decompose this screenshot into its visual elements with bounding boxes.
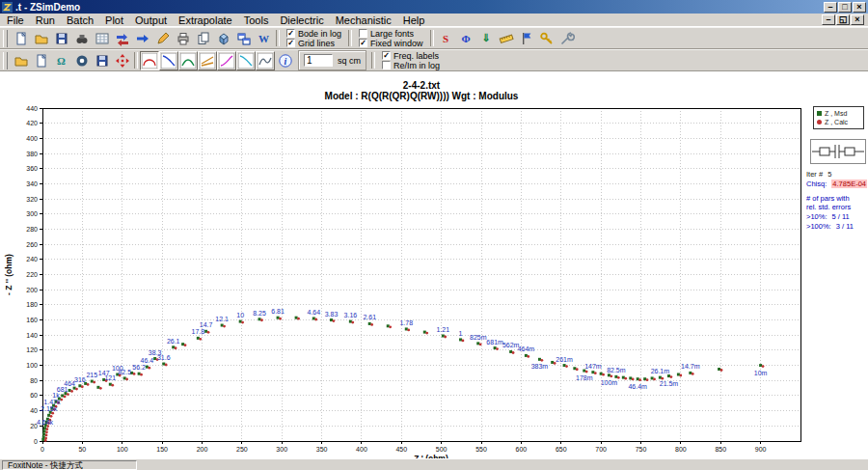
minimize-button[interactable]: – bbox=[824, 2, 837, 13]
app-icon bbox=[2, 2, 13, 13]
svg-text:400: 400 bbox=[356, 446, 367, 453]
taskbar-item[interactable]: FoxitNote - 快捷方式 bbox=[2, 460, 137, 470]
chisq-label: Chisq: bbox=[806, 180, 827, 188]
gt100-row: >100%: 3 / 11 bbox=[806, 222, 867, 232]
checkbox-freq-labels[interactable]: ✓Freq. labels bbox=[382, 51, 440, 61]
checkbox-grid-lines[interactable]: ✓Grid lines bbox=[286, 39, 341, 48]
svg-text:800: 800 bbox=[675, 446, 687, 453]
checkbox-box[interactable] bbox=[382, 61, 391, 69]
menu-batch[interactable]: Batch bbox=[61, 14, 99, 26]
checkbox-label: Large fonts bbox=[370, 29, 414, 39]
svg-text:400: 400 bbox=[26, 135, 38, 142]
circuit-preview[interactable] bbox=[810, 139, 866, 164]
minimize-button[interactable]: – bbox=[822, 14, 835, 25]
close-button[interactable]: × bbox=[853, 2, 866, 13]
legend-item[interactable]: Z , Calc bbox=[817, 118, 860, 126]
menu-run[interactable]: Run bbox=[30, 14, 61, 26]
legend-label: Z , Msd bbox=[825, 110, 847, 117]
menu-file[interactable]: File bbox=[1, 14, 30, 26]
view-3d-icon[interactable] bbox=[213, 28, 233, 49]
open-file-icon[interactable] bbox=[31, 28, 51, 49]
plot-admittance-button[interactable] bbox=[217, 51, 236, 70]
restore-button[interactable]: ◱ bbox=[836, 14, 850, 25]
wrench-tool-icon[interactable] bbox=[557, 28, 578, 49]
menu-dielectric[interactable]: Dielectric bbox=[274, 14, 329, 26]
run-fit-icon[interactable] bbox=[132, 28, 152, 49]
omega-tool-icon[interactable]: Ω bbox=[51, 50, 71, 71]
svg-text:900: 900 bbox=[755, 446, 767, 453]
export-word-icon[interactable]: W bbox=[254, 28, 274, 49]
pars-note-line1: # of pars with bbox=[806, 194, 867, 204]
plot-bode-phase-button[interactable] bbox=[178, 51, 198, 70]
svg-text:150: 150 bbox=[156, 446, 168, 453]
titlebar-buttons: –□× bbox=[823, 2, 866, 13]
plot-real-imag-button[interactable] bbox=[198, 51, 217, 70]
freq-label: 14.7 bbox=[200, 321, 213, 328]
sigma-tool-icon[interactable]: S bbox=[436, 28, 456, 49]
svg-text:50: 50 bbox=[78, 446, 86, 453]
checkbox-box[interactable] bbox=[359, 29, 367, 38]
legend-item[interactable]: Z , Msd bbox=[817, 109, 860, 118]
menu-extrapolate[interactable]: Extrapolate bbox=[173, 14, 238, 26]
plot-bode-magnitude-button[interactable] bbox=[159, 51, 178, 70]
menu-output[interactable]: Output bbox=[129, 14, 173, 26]
menu-help[interactable]: Help bbox=[397, 14, 431, 26]
ruler-tool-icon[interactable] bbox=[497, 28, 517, 49]
calc-point bbox=[207, 331, 210, 334]
checkbox-large-fonts[interactable]: Large fonts bbox=[359, 29, 423, 39]
menu-tools[interactable]: Tools bbox=[238, 14, 275, 26]
toolbar-grip[interactable] bbox=[3, 52, 8, 69]
svg-text:280: 280 bbox=[26, 226, 38, 233]
checkbox-fixed-window[interactable]: ✓Fixed window bbox=[359, 39, 423, 48]
freq-label: 10 bbox=[236, 312, 244, 318]
checkbox-box[interactable]: ✓ bbox=[359, 39, 367, 47]
flag-tool-icon[interactable] bbox=[517, 28, 537, 49]
checkbox-box[interactable]: ✓ bbox=[286, 29, 295, 38]
pars-note-line2: rel. std. errors bbox=[806, 203, 867, 212]
tick-labels: 0501001502002503003504004505005506006507… bbox=[26, 105, 766, 454]
calc-point bbox=[351, 321, 354, 324]
import-data-icon[interactable]: ⇓ bbox=[476, 28, 497, 49]
menu-plot[interactable]: Plot bbox=[99, 14, 129, 26]
copy-report-icon[interactable] bbox=[193, 28, 213, 49]
area-input[interactable] bbox=[304, 54, 333, 67]
menu-bar: FileRunBatchPlotOutputExtrapolateToolsDi… bbox=[0, 14, 868, 27]
svg-text:250: 250 bbox=[236, 446, 248, 453]
data-sheet-icon[interactable] bbox=[92, 28, 112, 49]
legend-label: Z , Calc bbox=[825, 119, 848, 125]
find-icon[interactable] bbox=[71, 28, 92, 49]
checkbox-box[interactable]: ✓ bbox=[286, 39, 295, 47]
calc-point bbox=[540, 359, 543, 362]
info-icon[interactable]: i bbox=[275, 50, 295, 71]
close-button[interactable]: × bbox=[851, 14, 864, 25]
new-report-icon[interactable] bbox=[11, 28, 31, 49]
tile-windows-icon[interactable] bbox=[233, 28, 254, 49]
new-data-icon[interactable] bbox=[31, 50, 51, 71]
svg-text:100: 100 bbox=[26, 362, 38, 369]
open-data-icon[interactable] bbox=[11, 50, 31, 71]
phi-tool-icon[interactable]: Φ bbox=[456, 28, 476, 49]
checkbox-re-im-in-log[interactable]: Re/Im in log bbox=[382, 61, 440, 70]
edit-model-icon[interactable] bbox=[152, 28, 173, 49]
plot-capacitance-button[interactable] bbox=[236, 51, 256, 70]
plot-nyquist-button[interactable] bbox=[140, 51, 159, 70]
svg-text:500: 500 bbox=[436, 446, 448, 453]
swap-data-icon[interactable] bbox=[112, 28, 132, 49]
svg-text:380: 380 bbox=[26, 151, 38, 157]
svg-text:40: 40 bbox=[30, 407, 38, 414]
save-results-icon[interactable] bbox=[92, 50, 112, 71]
key-tool-icon[interactable] bbox=[537, 28, 557, 49]
save-file-icon[interactable] bbox=[51, 28, 71, 49]
menu-mechanistic[interactable]: Mechanistic bbox=[330, 14, 397, 26]
print-icon[interactable] bbox=[173, 28, 193, 49]
checkbox-bode-in-log[interactable]: ✓Bode in log bbox=[286, 29, 341, 39]
plot-combined-button[interactable] bbox=[256, 51, 275, 70]
checkbox-box[interactable]: ✓ bbox=[382, 51, 391, 60]
svg-text:750: 750 bbox=[636, 446, 647, 453]
freq-label: 1.78 bbox=[399, 319, 413, 326]
maximize-button[interactable]: □ bbox=[838, 2, 852, 13]
info-slot: i bbox=[275, 50, 295, 71]
preview-icon[interactable] bbox=[71, 50, 92, 71]
toolbar-grip[interactable] bbox=[3, 30, 8, 47]
move-tool-icon[interactable] bbox=[112, 50, 132, 71]
